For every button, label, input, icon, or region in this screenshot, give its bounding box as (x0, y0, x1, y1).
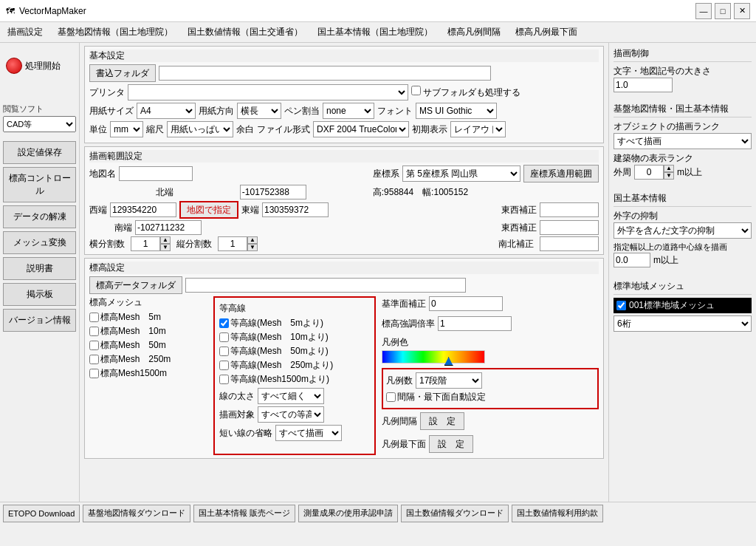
legend-bottom-button[interactable]: 設 定 (429, 435, 473, 453)
col-up-button[interactable]: ▲ (160, 236, 171, 244)
map-name-label: 地図名 (89, 168, 116, 180)
elevation-folder-button[interactable]: 標高データフォルダ (89, 276, 182, 294)
text-size-input[interactable] (614, 78, 673, 92)
mesh-digits-select[interactable]: 6桁 (614, 315, 752, 332)
manual-button[interactable]: 説明書 (3, 257, 76, 280)
draw-rank-select[interactable]: すべて描画 (614, 133, 752, 149)
initial-display-select[interactable]: レイアウト (450, 121, 506, 137)
ew-correction-right-input[interactable] (540, 220, 599, 235)
unfreeze-button[interactable]: データの解凍 (3, 205, 76, 228)
row-up-button[interactable]: ▲ (247, 236, 258, 244)
subfolder-checkbox[interactable] (411, 86, 421, 95)
col-divisions-input[interactable] (131, 236, 160, 251)
map-name-input[interactable] (119, 166, 193, 181)
app-title: VectorMapMaker (19, 6, 86, 16)
road-width-input[interactable] (614, 253, 650, 267)
unit-select[interactable]: mm (110, 121, 143, 137)
perimeter-up-button[interactable]: ▲ (664, 165, 674, 172)
ew-correction-input[interactable] (540, 202, 599, 217)
short-line-label: 短い線の省略 (219, 427, 272, 440)
printer-row: プリンタ サブフォルダも処理する (89, 84, 599, 100)
short-line-select[interactable]: すべて描画 (275, 425, 342, 441)
paper-size-label: 用紙サイズ (89, 105, 134, 117)
menu-national-num[interactable]: 国土数値情報（国土交通省） (180, 22, 310, 42)
col-down-button[interactable]: ▼ (160, 244, 171, 251)
menu-elevation-interval[interactable]: 標高凡例間隔 (440, 22, 508, 42)
font-select[interactable]: MS UI Gothic (416, 103, 497, 119)
building-perimeter-input[interactable] (634, 165, 664, 180)
legend-count-select[interactable]: 17段階 (416, 372, 482, 389)
south-input[interactable] (135, 220, 202, 235)
row-divisions-label: 縦分割数 (176, 238, 212, 250)
menu-base-map[interactable]: 基盤地図情報（国土地理院） (50, 22, 180, 42)
legend-color-label: 凡例色 (382, 337, 408, 347)
ext-char-select[interactable]: 外字を含んだ文字の抑制 (614, 222, 752, 239)
line-width-select[interactable]: すべて細く (258, 388, 324, 404)
paper-dir-select[interactable]: 横長 (237, 103, 281, 119)
coord-apply-button[interactable]: 座標系適用範囲 (523, 165, 599, 182)
national-num-terms-button[interactable]: 国土数値情報利用約款 (512, 505, 603, 522)
write-folder-button[interactable]: 書込フォルダ (89, 64, 156, 82)
contour-5m-checkbox[interactable] (219, 318, 229, 328)
mesh-5m-label: 標高Mesh 5m (100, 311, 161, 324)
menu-national-basic[interactable]: 国土基本情報（国土地理院） (310, 22, 440, 42)
close-button[interactable]: ✕ (734, 3, 750, 19)
draw-target-select[interactable]: すべての等高線 (258, 406, 324, 423)
scale-select[interactable]: 用紙いっぱいに (167, 121, 233, 137)
row-down-button[interactable]: ▼ (247, 244, 258, 251)
mesh-1500m-row: 標高Mesh1500m (89, 367, 207, 380)
write-folder-input[interactable] (159, 66, 491, 81)
contour-1500m-checkbox[interactable] (219, 375, 229, 384)
national-num-download-button[interactable]: 国土数値情報ダウンロード (401, 505, 509, 522)
row-divisions-input[interactable] (218, 236, 247, 251)
base-correction-input[interactable] (429, 296, 503, 311)
minimize-button[interactable]: — (695, 3, 712, 19)
elevation-control-button[interactable]: 標高コントロール (3, 167, 76, 202)
survey-approval-button[interactable]: 測量成果の使用承認申請 (298, 505, 398, 522)
etopo-button[interactable]: ETOPO Download (3, 505, 80, 522)
elevation-factor-input[interactable] (438, 316, 512, 331)
mesh-1500m-label: 標高Mesh1500m (100, 367, 167, 380)
mesh-50m-checkbox[interactable] (89, 341, 99, 350)
national-basic-sales-button[interactable]: 国土基本情報 販売ページ (193, 505, 295, 522)
short-line-row: 短い線の省略 すべて描画 (219, 425, 370, 441)
bulletin-button[interactable]: 掲示板 (3, 283, 76, 306)
paper-size-select[interactable]: A4 (137, 103, 196, 119)
pen-select[interactable]: none (323, 103, 374, 119)
east-input[interactable] (262, 202, 329, 217)
west-input[interactable] (110, 202, 176, 217)
ew-correction-label: 東西補正 (501, 204, 537, 216)
menu-elevation-bottom[interactable]: 標高凡例最下面 (508, 22, 585, 42)
version-button[interactable]: バージョン情報 (3, 309, 76, 332)
color-gradient[interactable] (382, 350, 485, 364)
mesh-convert-button[interactable]: メッシュ変換 (3, 231, 76, 254)
menu-drawing-settings[interactable]: 描画設定 (0, 22, 50, 42)
coord-system-select[interactable]: 第 5座標系 岡山県 (402, 165, 520, 182)
file-format-select[interactable]: DXF 2004 TrueColor (313, 121, 409, 137)
elevation-folder-row: 標高データフォルダ (89, 276, 599, 294)
contour-10m-checkbox[interactable] (219, 332, 229, 342)
mesh-1500m-checkbox[interactable] (89, 369, 99, 378)
mesh-250m-checkbox[interactable] (89, 355, 99, 364)
save-settings-button[interactable]: 設定値保存 (3, 141, 76, 164)
base-map-download-button[interactable]: 基盤地図情報ダウンロード (83, 505, 190, 522)
mesh-5m-checkbox[interactable] (89, 313, 99, 322)
viewer-select[interactable]: CAD等 (3, 116, 76, 132)
contour-box: 等高線 等高線(Mesh 5mより) 等高線(Mesh 10mより) 等高線(M… (213, 296, 376, 455)
standard-mesh-checkbox[interactable] (616, 301, 626, 310)
north-input[interactable] (240, 185, 306, 199)
contour-50m-checkbox[interactable] (219, 347, 229, 356)
elevation-folder-input[interactable] (185, 278, 466, 293)
map-select-button[interactable]: 地図で指定 (179, 201, 238, 219)
ew-correction-right-label: 東西補正 (501, 222, 537, 234)
maximize-button[interactable]: □ (715, 3, 731, 19)
perimeter-down-button[interactable]: ▼ (664, 172, 674, 180)
mesh-10m-checkbox[interactable] (89, 327, 99, 336)
standard-mesh-section: 標準地域メッシュ 001標準地域メッシュ 6桁 (614, 280, 752, 332)
ns-correction-input[interactable] (540, 236, 599, 251)
base-map-title: 基盤地図情報・国土基本情報 (614, 103, 752, 117)
auto-set-checkbox[interactable] (386, 392, 396, 402)
legend-interval-button[interactable]: 設 定 (420, 412, 464, 430)
printer-select[interactable] (128, 84, 408, 100)
contour-250m-checkbox[interactable] (219, 361, 229, 370)
